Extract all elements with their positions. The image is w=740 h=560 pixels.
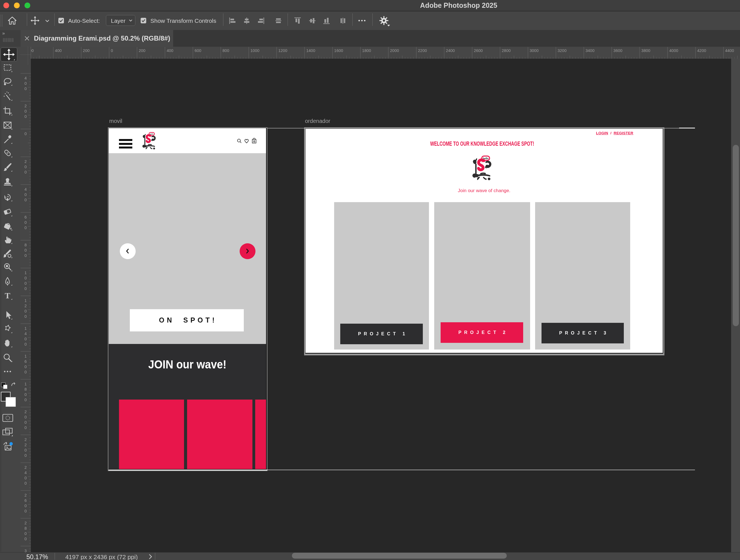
svg-text:0: 0 — [24, 531, 27, 536]
svg-text:2: 2 — [24, 304, 27, 308]
svg-text:200: 200 — [83, 49, 90, 53]
svg-text:1800: 1800 — [362, 49, 371, 53]
svg-text:2: 2 — [24, 465, 27, 470]
svg-text:8: 8 — [24, 243, 27, 247]
svg-text:2: 2 — [24, 521, 27, 525]
svg-text:2600: 2600 — [474, 49, 483, 53]
svg-text:0: 0 — [24, 453, 27, 458]
svg-text:8: 8 — [24, 387, 27, 391]
svg-text:2: 2 — [24, 443, 27, 447]
svg-text:1: 1 — [24, 382, 27, 386]
svg-text:4: 4 — [24, 470, 27, 475]
svg-text:0: 0 — [24, 281, 27, 286]
svg-text:0: 0 — [24, 365, 27, 369]
svg-text:400: 400 — [167, 49, 173, 53]
svg-text:2800: 2800 — [502, 49, 511, 53]
svg-text:0: 0 — [24, 426, 27, 430]
svg-text:2: 2 — [24, 437, 27, 442]
svg-text:600: 600 — [195, 49, 201, 53]
svg-text:2200: 2200 — [418, 49, 427, 53]
svg-text:T: T — [5, 291, 10, 300]
svg-text:0: 0 — [24, 86, 27, 91]
svg-text:1: 1 — [24, 354, 27, 358]
svg-text:0: 0 — [24, 448, 27, 452]
svg-text:0: 0 — [24, 131, 27, 136]
svg-text:0: 0 — [24, 309, 27, 313]
svg-text:0: 0 — [24, 537, 27, 541]
svg-text:0: 0 — [24, 225, 27, 230]
svg-text:1: 1 — [24, 326, 27, 331]
svg-text:1200: 1200 — [278, 49, 287, 53]
svg-text:3200: 3200 — [558, 49, 566, 53]
svg-text:6: 6 — [24, 215, 27, 219]
svg-text:1400: 1400 — [306, 49, 315, 53]
svg-text:6: 6 — [24, 498, 27, 503]
svg-text:0: 0 — [24, 286, 27, 291]
svg-text:3: 3 — [24, 549, 27, 552]
svg-text:2: 2 — [24, 409, 27, 414]
svg-text:0: 0 — [24, 337, 27, 341]
svg-text:2: 2 — [24, 104, 27, 108]
svg-text:0: 0 — [24, 398, 27, 402]
svg-text:3600: 3600 — [614, 49, 623, 53]
svg-text:0: 0 — [24, 165, 27, 169]
svg-text:200: 200 — [139, 49, 146, 53]
svg-text:0: 0 — [24, 109, 27, 113]
svg-text:0: 0 — [24, 198, 27, 202]
svg-text:0: 0 — [24, 503, 27, 508]
svg-text:0: 0 — [24, 415, 27, 419]
svg-text:4400: 4400 — [725, 49, 734, 53]
svg-text:2000: 2000 — [390, 49, 399, 53]
svg-text:4200: 4200 — [697, 49, 706, 53]
svg-text:0: 0 — [24, 253, 27, 258]
svg-text:0: 0 — [24, 342, 27, 347]
svg-text:0: 0 — [24, 276, 27, 280]
svg-text:4: 4 — [24, 187, 27, 192]
svg-text:0: 0 — [24, 314, 27, 319]
svg-text:1600: 1600 — [334, 49, 343, 53]
svg-text:0: 0 — [24, 481, 27, 485]
svg-text:8: 8 — [24, 526, 27, 531]
svg-text:0: 0 — [24, 170, 27, 174]
svg-text:1: 1 — [24, 298, 27, 303]
svg-text:4: 4 — [24, 332, 27, 336]
svg-text:0: 0 — [24, 192, 27, 197]
svg-text:0: 0 — [24, 370, 27, 374]
svg-text:0: 0 — [24, 509, 27, 513]
svg-text:2400: 2400 — [446, 49, 455, 53]
svg-text:6: 6 — [24, 359, 27, 364]
svg-text:0: 0 — [24, 476, 27, 480]
svg-text:800: 800 — [222, 49, 229, 53]
svg-text:3800: 3800 — [641, 49, 650, 53]
svg-text:0: 0 — [24, 392, 27, 397]
svg-text:0: 0 — [24, 248, 27, 253]
svg-text:4: 4 — [24, 76, 27, 80]
svg-text:0: 0 — [24, 81, 27, 86]
svg-text:4000: 4000 — [669, 49, 678, 53]
svg-text:2: 2 — [24, 493, 27, 497]
svg-text:3000: 3000 — [530, 49, 539, 53]
svg-text:0: 0 — [24, 420, 27, 425]
svg-text:1: 1 — [24, 271, 27, 275]
svg-text:0: 0 — [111, 49, 113, 53]
svg-text:1000: 1000 — [251, 49, 259, 53]
svg-text:0: 0 — [24, 220, 27, 225]
svg-text:0: 0 — [24, 114, 27, 119]
svg-text:3400: 3400 — [585, 49, 594, 53]
svg-text:2: 2 — [24, 159, 27, 164]
svg-text:400: 400 — [55, 49, 62, 53]
